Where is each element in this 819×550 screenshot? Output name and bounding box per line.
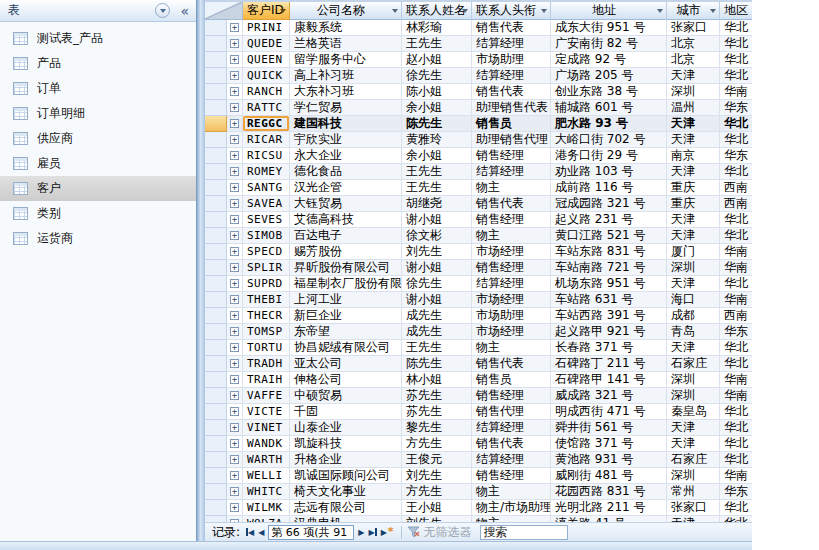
cell-region[interactable]: 华南 (720, 244, 752, 260)
cell-region[interactable]: 华南 (720, 84, 752, 100)
cell-region[interactable]: 华南 (720, 468, 752, 484)
cell-contact-title[interactable]: 销售代表 (472, 84, 551, 100)
cell-contact-title[interactable]: 物主 (472, 180, 551, 196)
cell-address[interactable]: 光明北路 211 号 (551, 500, 667, 516)
expand-cell[interactable]: + (227, 324, 243, 340)
cell-city[interactable]: 天津 (667, 340, 720, 356)
cell-company-name[interactable]: 新巨企业 (290, 308, 402, 324)
cell-city[interactable]: 天津 (667, 420, 720, 436)
row-selector[interactable] (205, 340, 227, 356)
cell-contact-name[interactable]: 谢小姐 (402, 212, 472, 228)
expand-plus-icon[interactable]: + (230, 391, 239, 400)
cell-city[interactable]: 重庆 (667, 180, 720, 196)
cell-contact-title[interactable]: 销售代表 (472, 196, 551, 212)
sidebar-item-employees[interactable]: 雇员 (0, 151, 196, 176)
cell-company-name[interactable]: 建国科技 (290, 116, 402, 132)
record-position-input[interactable] (268, 525, 354, 540)
cell-address[interactable]: 机场东路 951 号 (551, 276, 667, 292)
expand-plus-icon[interactable]: + (230, 87, 239, 96)
cell-city[interactable]: 秦皇岛 (667, 404, 720, 420)
cell-region[interactable]: 西南 (720, 308, 752, 324)
row-selector[interactable] (205, 500, 227, 516)
cell-contact-title[interactable]: 物主 (472, 516, 551, 522)
cell-address[interactable]: 劝业路 103 号 (551, 164, 667, 180)
cell-contact-title[interactable]: 销售代表 (472, 356, 551, 372)
expand-plus-icon[interactable]: + (230, 167, 239, 176)
cell-company-name[interactable]: 兰格英语 (290, 36, 402, 52)
cell-contact-title[interactable]: 市场经理 (472, 324, 551, 340)
first-record-button[interactable]: ◀ (244, 525, 256, 540)
sidebar-item-products[interactable]: 产品 (0, 51, 196, 76)
cell-company-name[interactable]: 艾德高科技 (290, 212, 402, 228)
cell-contact-name[interactable]: 黄雅玲 (402, 132, 472, 148)
cell-customer-id[interactable]: SPECD (243, 244, 290, 260)
expand-cell[interactable]: + (227, 276, 243, 292)
cell-address[interactable]: 威刚街 481 号 (551, 468, 667, 484)
cell-contact-title[interactable]: 物主/市场助理 (472, 500, 551, 516)
cell-region[interactable]: 华北 (720, 228, 752, 244)
cell-address[interactable]: 车站南路 721 号 (551, 260, 667, 276)
cell-region[interactable]: 华东 (720, 148, 752, 164)
cell-company-name[interactable]: 留学服务中心 (290, 52, 402, 68)
cell-city[interactable]: 北京 (667, 52, 720, 68)
cell-region[interactable]: 华北 (720, 20, 752, 36)
row-selector[interactable] (205, 164, 227, 180)
cell-region[interactable]: 西南 (720, 196, 752, 212)
cell-region[interactable]: 华北 (720, 164, 752, 180)
expand-cell[interactable]: + (227, 116, 243, 132)
cell-address[interactable]: 定成路 92 号 (551, 52, 667, 68)
cell-address[interactable]: 起义路甲 921 号 (551, 324, 667, 340)
cell-address[interactable]: 花园西路 831 号 (551, 484, 667, 500)
cell-address[interactable]: 舜井街 561 号 (551, 420, 667, 436)
cell-customer-id[interactable]: TOMSP (243, 324, 290, 340)
cell-contact-title[interactable]: 销售员 (472, 116, 551, 132)
cell-customer-id[interactable]: WARTH (243, 452, 290, 468)
row-selector[interactable] (205, 388, 227, 404)
expand-plus-icon[interactable]: + (230, 215, 239, 224)
cell-company-name[interactable]: 伸格公司 (290, 372, 402, 388)
expand-plus-icon[interactable]: + (230, 231, 239, 240)
new-record-button[interactable]: ▶* (379, 525, 396, 540)
cell-contact-name[interactable]: 徐先生 (402, 276, 472, 292)
previous-record-button[interactable]: ◀ (256, 525, 266, 540)
cell-region[interactable]: 华北 (720, 356, 752, 372)
expand-cell[interactable]: + (227, 244, 243, 260)
cell-company-name[interactable]: 协昌妮绒有限公司 (290, 340, 402, 356)
cell-customer-id[interactable]: THEBI (243, 292, 290, 308)
row-selector[interactable] (205, 452, 227, 468)
cell-company-name[interactable]: 学仁贸易 (290, 100, 402, 116)
cell-address[interactable]: 创业东路 38 号 (551, 84, 667, 100)
expand-plus-icon[interactable]: + (230, 327, 239, 336)
row-selector[interactable] (205, 420, 227, 436)
cell-company-name[interactable]: 康毅系统 (290, 20, 402, 36)
expand-plus-icon[interactable]: + (230, 151, 239, 160)
cell-address[interactable]: 明成西街 471 号 (551, 404, 667, 420)
expand-plus-icon[interactable]: + (230, 55, 239, 64)
cell-region[interactable]: 华南 (720, 260, 752, 276)
cell-address[interactable]: 黄口江路 521 号 (551, 228, 667, 244)
cell-contact-title[interactable]: 市场经理 (472, 244, 551, 260)
cell-city[interactable]: 张家口 (667, 500, 720, 516)
cell-address[interactable]: 石碑路丁 211 号 (551, 356, 667, 372)
cell-customer-id[interactable]: TORTU (243, 340, 290, 356)
sidebar-item-customers[interactable]: 客户 (0, 176, 196, 201)
column-header-contact-name[interactable]: 联系人姓名 (402, 2, 472, 20)
expand-cell[interactable]: + (227, 436, 243, 452)
row-selector[interactable] (205, 436, 227, 452)
nav-pane-header[interactable]: 表 « (0, 0, 196, 22)
cell-address[interactable]: 成东大街 951 号 (551, 20, 667, 36)
expand-plus-icon[interactable]: + (230, 119, 239, 128)
cell-contact-name[interactable]: 王先生 (402, 340, 472, 356)
expand-cell[interactable]: + (227, 308, 243, 324)
cell-city[interactable]: 天津 (667, 212, 720, 228)
expand-plus-icon[interactable]: + (230, 455, 239, 464)
cell-region[interactable]: 华北 (720, 212, 752, 228)
cell-customer-id[interactable]: WOLZA (243, 516, 290, 522)
cell-region[interactable]: 华北 (720, 52, 752, 68)
cell-customer-id[interactable]: ROMEY (243, 164, 290, 180)
column-header-contact-title[interactable]: 联系人头衔 (472, 2, 551, 20)
cell-city[interactable]: 深圳 (667, 84, 720, 100)
cell-address[interactable]: 车站西路 391 号 (551, 308, 667, 324)
cell-company-name[interactable]: 赐芳股份 (290, 244, 402, 260)
expand-cell[interactable]: + (227, 212, 243, 228)
